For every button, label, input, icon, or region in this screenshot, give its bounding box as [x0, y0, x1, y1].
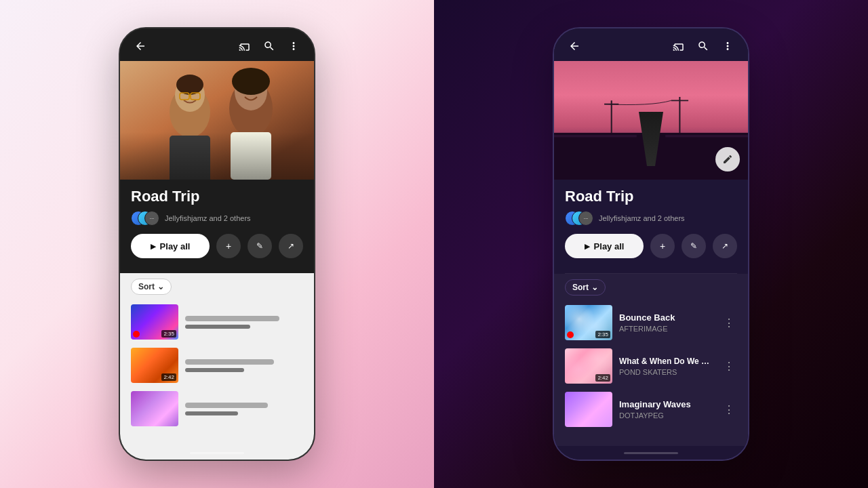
left-duration-2: 2:42 [161, 373, 176, 381]
right-song-title-2: What & When Do We Want It [619, 357, 714, 366]
right-home-bar [624, 452, 678, 454]
right-sort-button[interactable]: Sort ⌄ [565, 279, 606, 296]
svg-rect-8 [170, 136, 210, 180]
left-nav-bar [120, 28, 314, 61]
right-edit-overlay-button[interactable] [715, 147, 740, 171]
right-song-thumb-1: 2:35 [565, 305, 612, 340]
right-content-area: Road Trip ··· Jellyfishjamz and 2 others… [554, 180, 748, 273]
left-play-all-button[interactable]: ▶ Play all [131, 234, 210, 258]
left-song-thumb-2: 2:42 [131, 348, 178, 383]
left-progress-dot-1 [133, 331, 140, 338]
left-panel: Road Trip ··· Jellyfishjamz and 2 others… [0, 0, 434, 488]
right-hero-image [554, 61, 748, 180]
right-nav-bar [554, 28, 748, 61]
left-action-row: ▶ Play all + ✎ ↗ [131, 234, 303, 258]
right-song-artist-3: DOTJAYPEG [619, 411, 714, 420]
left-play-all-label: Play all [160, 241, 191, 251]
left-phone-screen: Road Trip ··· Jellyfishjamz and 2 others… [120, 28, 314, 460]
right-home-indicator [554, 446, 748, 460]
left-songs-area: Sort ⌄ 2:35 [120, 273, 314, 446]
right-duration-1: 2:35 [595, 331, 610, 338]
left-add-button[interactable]: + [216, 234, 241, 258]
right-song-info-3: Imaginary Waves DOTJAYPEG [619, 399, 714, 420]
right-song-artist-1: AFTERIMAGE [619, 325, 714, 333]
left-back-button[interactable] [131, 37, 150, 56]
right-song-thumb-3 [565, 392, 612, 427]
right-song-item-2: 2:42 What & When Do We Want It POND SKAT… [565, 344, 737, 388]
left-song-thumb-3 [131, 391, 178, 426]
left-song-info-1 [185, 316, 303, 329]
left-sort-area: Sort ⌄ [131, 273, 303, 300]
right-song-thumb-2: 2:42 [565, 348, 612, 384]
left-content-area: Road Trip ··· Jellyfishjamz and 2 others… [120, 180, 314, 273]
right-play-icon: ▶ [585, 243, 590, 250]
right-phone-screen: Road Trip ··· Jellyfishjamz and 2 others… [554, 28, 748, 460]
left-edit-button[interactable]: ✎ [248, 234, 272, 258]
right-playlist-title: Road Trip [565, 188, 737, 205]
left-song-sub-bar-2 [185, 368, 244, 372]
left-song-sub-bar-3 [185, 411, 238, 415]
left-home-bar [190, 452, 244, 454]
right-song-artist-2: POND SKATERS [619, 368, 714, 376]
left-song-title-bar-2 [185, 359, 274, 365]
svg-rect-9 [231, 132, 271, 180]
left-home-indicator [120, 446, 314, 460]
left-avatars-row: ··· Jellyfishjamz and 2 others [131, 211, 303, 226]
right-add-icon: + [660, 241, 665, 251]
right-share-button[interactable]: ↗ [713, 234, 737, 258]
right-edit-button[interactable]: ✎ [682, 234, 706, 258]
right-cast-button[interactable] [669, 37, 688, 56]
right-song-item-3: Imaginary Waves DOTJAYPEG ⋮ [565, 388, 737, 431]
left-sort-button[interactable]: Sort ⌄ [131, 279, 172, 295]
left-share-icon: ↗ [288, 241, 294, 251]
right-share-icon: ↗ [722, 241, 728, 251]
right-song-more-3[interactable]: ⋮ [721, 401, 737, 419]
right-search-button[interactable] [694, 37, 713, 56]
right-song-info-1: Bounce Back AFTERIMAGE [619, 312, 714, 333]
left-play-icon: ▶ [151, 243, 156, 250]
left-song-item-2: 2:42 [131, 344, 303, 387]
left-cast-button[interactable] [235, 37, 254, 56]
left-share-button[interactable]: ↗ [279, 234, 303, 258]
right-action-row: ▶ Play all + ✎ ↗ [565, 234, 737, 258]
left-hero-image [120, 61, 314, 180]
right-progress-dot-1 [567, 331, 574, 338]
right-panel: Road Trip ··· Jellyfishjamz and 2 others… [434, 0, 868, 488]
left-song-info-3 [185, 403, 303, 415]
left-phone-frame: Road Trip ··· Jellyfishjamz and 2 others… [119, 27, 315, 461]
right-song-title-3: Imaginary Waves [619, 399, 714, 409]
right-more-button[interactable] [718, 37, 737, 56]
left-more-button[interactable] [284, 37, 303, 56]
left-sort-label: Sort [138, 282, 155, 291]
left-duration-1: 2:35 [161, 330, 176, 338]
left-contributors: Jellyfishjamz and 2 others [165, 214, 251, 222]
right-add-button[interactable]: + [650, 234, 675, 258]
svg-rect-24 [554, 135, 637, 137]
left-playlist-title: Road Trip [131, 188, 303, 205]
right-phone-frame: Road Trip ··· Jellyfishjamz and 2 others… [553, 27, 749, 461]
left-sort-chevron: ⌄ [157, 282, 164, 291]
right-play-all-button[interactable]: ▶ Play all [565, 234, 644, 258]
right-song-more-2[interactable]: ⋮ [721, 357, 737, 375]
right-song-more-1[interactable]: ⋮ [721, 314, 737, 332]
left-add-icon: + [226, 241, 231, 251]
right-duration-2: 2:42 [595, 374, 610, 382]
svg-point-6 [176, 75, 203, 95]
left-song-thumb-1: 2:35 [131, 304, 178, 340]
right-play-all-label: Play all [594, 241, 625, 251]
left-search-button[interactable] [260, 37, 279, 56]
left-edit-icon: ✎ [256, 241, 263, 251]
left-avatar-more: ··· [144, 211, 159, 226]
right-sort-chevron: ⌄ [591, 283, 598, 292]
left-song-sub-bar-1 [185, 325, 250, 329]
right-sort-area: Sort ⌄ [565, 274, 737, 301]
left-song-item-3 [131, 387, 303, 430]
left-song-item-1: 2:35 [131, 300, 303, 344]
right-song-info-2: What & When Do We Want It POND SKATERS [619, 357, 714, 376]
svg-rect-1 [120, 61, 314, 180]
right-contributors: Jellyfishjamz and 2 others [599, 214, 685, 222]
right-avatar-more: ··· [578, 211, 593, 226]
right-back-button[interactable] [565, 37, 584, 56]
svg-rect-25 [665, 135, 748, 137]
left-song-info-2 [185, 359, 303, 372]
